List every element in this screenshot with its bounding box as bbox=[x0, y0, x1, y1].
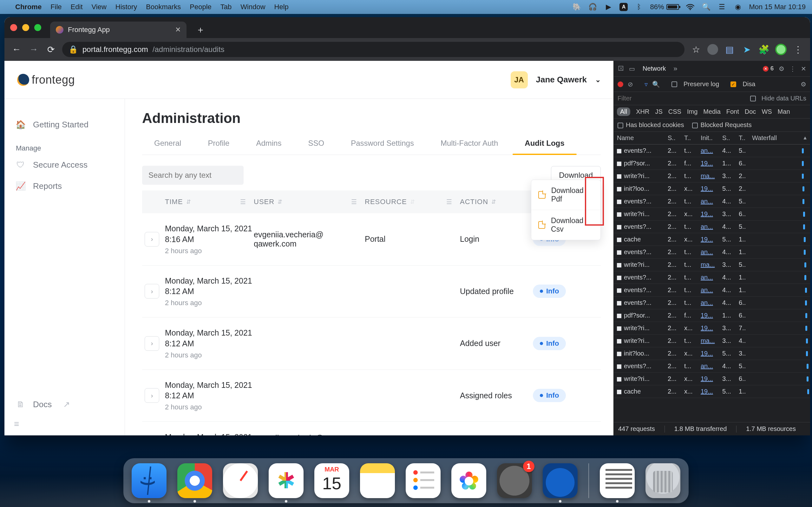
sidebar-item-reports[interactable]: 📈 Reports bbox=[14, 176, 115, 197]
search-input[interactable] bbox=[142, 166, 244, 185]
headphones-menubar-icon[interactable]: 🎧 bbox=[588, 2, 597, 12]
menubar-item[interactable]: File bbox=[50, 3, 61, 11]
network-table-header[interactable]: Name S.. T.. Init.. S.. T.. Waterfall▲ bbox=[614, 132, 810, 145]
more-tabs-icon[interactable]: » bbox=[673, 65, 677, 73]
sidebar-item-secure-access[interactable]: 🛡 Secure Access bbox=[14, 154, 115, 176]
app-menubar-square-icon[interactable]: A bbox=[619, 3, 628, 11]
frontegg-logo[interactable]: frontegg bbox=[17, 73, 75, 87]
col-resource[interactable]: RESOURCE bbox=[365, 198, 407, 206]
dock-app-chrome[interactable] bbox=[177, 463, 212, 498]
preserve-log-checkbox[interactable] bbox=[671, 81, 677, 87]
tab-profile[interactable]: Profile bbox=[196, 132, 241, 155]
devtools-close-icon[interactable]: ✕ bbox=[801, 65, 806, 72]
col-time[interactable]: TIME bbox=[165, 198, 183, 206]
control-center-menubar-icon[interactable]: ☰ bbox=[717, 2, 727, 12]
network-request-row[interactable]: write?ri...2...t...ma...3...2.. bbox=[614, 170, 810, 182]
dock-app-photos[interactable] bbox=[451, 463, 486, 498]
window-close-icon[interactable] bbox=[10, 24, 17, 31]
menubar-item[interactable]: Help bbox=[274, 3, 289, 11]
spotlight-menubar-icon[interactable]: 🔍 bbox=[701, 2, 711, 12]
network-filter-input[interactable] bbox=[618, 95, 713, 102]
filter-icon[interactable]: ☰ bbox=[240, 198, 246, 206]
filter-type-js[interactable]: JS bbox=[655, 108, 662, 115]
network-request-row[interactable]: pdf?sor...2...f...19...1...6.. bbox=[614, 309, 810, 322]
network-request-row[interactable]: write?ri...2...x...19...3...6.. bbox=[614, 208, 810, 221]
filter-icon[interactable]: ☰ bbox=[351, 198, 357, 206]
menubar-item[interactable]: Edit bbox=[71, 3, 83, 11]
expand-row-button[interactable]: › bbox=[145, 388, 159, 403]
menubar-clock[interactable]: Mon 15 Mar 10:19 bbox=[749, 3, 806, 11]
network-request-row[interactable]: cache2...x...19...5...1.. bbox=[614, 385, 810, 398]
record-icon[interactable] bbox=[618, 81, 623, 87]
network-request-row[interactable]: events?...2...t...an...4...1.. bbox=[614, 271, 810, 284]
filter-type-img[interactable]: Img bbox=[687, 108, 698, 115]
disable-cache-checkbox[interactable] bbox=[730, 81, 736, 87]
dock-app-finder[interactable] bbox=[132, 463, 166, 498]
dock-app-thunderbird[interactable] bbox=[543, 463, 577, 498]
window-minimize-icon[interactable] bbox=[22, 24, 29, 31]
play-menubar-icon[interactable]: ▶ bbox=[604, 2, 613, 12]
network-request-row[interactable]: write?ri...2...x...19...3...7.. bbox=[614, 322, 810, 335]
menubar-item[interactable]: Bookmarks bbox=[146, 3, 181, 11]
tab-multi-factor-auth[interactable]: Multi-Factor Auth bbox=[428, 132, 510, 155]
sort-icon[interactable]: ⇵ bbox=[186, 199, 191, 205]
dock-app-reminders[interactable] bbox=[406, 463, 441, 498]
network-settings-icon[interactable]: ⚙ bbox=[801, 80, 806, 88]
network-request-row[interactable]: events?...2...t...an...4...5.. bbox=[614, 221, 810, 233]
dock-app-settings[interactable]: 1 bbox=[497, 463, 532, 498]
clear-icon[interactable]: ⊘ bbox=[628, 80, 633, 88]
dock-app-notes[interactable] bbox=[360, 463, 395, 498]
blocked-cookies-checkbox[interactable] bbox=[618, 123, 623, 128]
extension-icon[interactable] bbox=[707, 44, 718, 55]
extensions-puzzle-icon[interactable]: 🧩 bbox=[758, 44, 769, 55]
tab-close-icon[interactable]: ✕ bbox=[175, 26, 181, 34]
filter-toggle-icon[interactable]: ▿ bbox=[645, 80, 648, 88]
network-request-row[interactable]: write?ri...2...x...19...3...6.. bbox=[614, 373, 810, 385]
sort-icon[interactable]: ⇵ bbox=[410, 199, 415, 205]
filter-type-doc[interactable]: Doc bbox=[745, 108, 756, 115]
filter-type-css[interactable]: CSS bbox=[668, 108, 681, 115]
sort-icon[interactable]: ⇵ bbox=[491, 199, 496, 205]
devtools-tab-network[interactable]: Network bbox=[640, 63, 668, 74]
menubar-item[interactable]: Window bbox=[241, 3, 265, 11]
wifi-menubar-icon[interactable] bbox=[686, 2, 695, 12]
dock-app-safari[interactable] bbox=[223, 463, 258, 498]
console-error-count[interactable]: ✕6 bbox=[763, 65, 774, 72]
devtools-settings-icon[interactable]: ⚙ bbox=[779, 65, 784, 72]
sort-icon[interactable]: ⇵ bbox=[277, 199, 283, 205]
extension-badge-icon[interactable]: ▤ bbox=[724, 44, 735, 55]
evernote-menubar-icon[interactable]: 🐘 bbox=[572, 2, 581, 12]
nav-reload-icon[interactable]: ⟳ bbox=[45, 44, 56, 55]
network-request-row[interactable]: events?...2...t...an...4...5.. bbox=[614, 360, 810, 373]
search-icon[interactable]: 🔍 bbox=[652, 80, 660, 88]
filter-icon[interactable]: ☰ bbox=[446, 198, 452, 206]
dock-app-slack[interactable] bbox=[269, 463, 304, 498]
battery-status[interactable]: 86% bbox=[650, 3, 679, 11]
tab-audit-logs[interactable]: Audit Logs bbox=[513, 132, 576, 155]
devtools-menu-icon[interactable]: ⋮ bbox=[790, 65, 796, 72]
chrome-menu-icon[interactable]: ⋮ bbox=[792, 44, 804, 55]
network-request-row[interactable]: events?...2...t...an...4...1.. bbox=[614, 284, 810, 297]
window-controls[interactable] bbox=[10, 24, 41, 31]
expand-row-button[interactable]: › bbox=[145, 232, 159, 246]
network-request-row[interactable]: events?...2...t...an...4...5.. bbox=[614, 145, 810, 157]
nav-back-icon[interactable]: ← bbox=[11, 44, 22, 55]
menubar-item[interactable]: View bbox=[92, 3, 107, 11]
new-tab-button[interactable]: ＋ bbox=[194, 23, 207, 37]
col-user[interactable]: USER bbox=[254, 198, 274, 206]
network-request-row[interactable]: events?...2...t...an...4...5.. bbox=[614, 195, 810, 208]
tab-sso[interactable]: SSO bbox=[296, 132, 336, 155]
inspect-element-icon[interactable]: ⮽ bbox=[618, 65, 624, 72]
network-request-row[interactable]: init?loo...2...x...19...5...3.. bbox=[614, 347, 810, 360]
tab-password-settings[interactable]: Password Settings bbox=[339, 132, 426, 155]
sidebar-item-getting-started[interactable]: 🏠 Getting Started bbox=[14, 114, 115, 135]
expand-row-button[interactable]: › bbox=[145, 284, 159, 298]
menubar-app-name[interactable]: Chrome bbox=[15, 3, 42, 11]
sidebar-item-docs[interactable]: 🗎 Docs ↗ bbox=[14, 394, 115, 415]
blocked-requests-checkbox[interactable] bbox=[692, 123, 698, 128]
window-zoom-icon[interactable] bbox=[34, 24, 41, 31]
profile-avatar-icon[interactable] bbox=[775, 44, 786, 55]
address-bar[interactable]: 🔒 portal.frontegg.com/administration/aud… bbox=[62, 42, 684, 57]
menubar-item[interactable]: Tab bbox=[220, 3, 232, 11]
sidebar-collapse-icon[interactable]: ≡ bbox=[14, 419, 115, 429]
